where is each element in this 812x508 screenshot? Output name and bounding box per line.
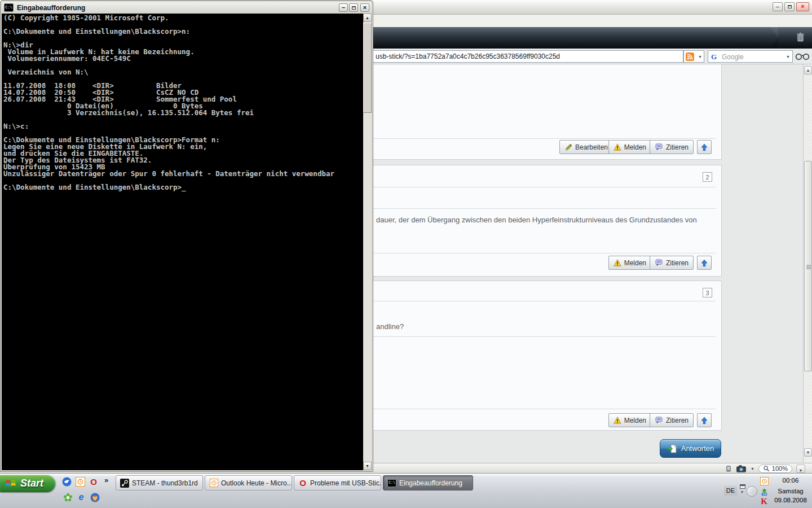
- task-button-label: STEAM - thund3rb1rd: [132, 479, 198, 487]
- close-button[interactable]: ×: [796, 2, 809, 11]
- post-number-badge[interactable]: 3: [703, 288, 712, 297]
- report-button[interactable]: Melden: [608, 256, 651, 270]
- find-binoculars-icon[interactable]: [795, 51, 810, 63]
- post-body-text: dauer, der dem Übergang zwischen den bei…: [376, 216, 697, 224]
- opera-o-glyph: O: [299, 479, 306, 487]
- tab-bar-chevron: [770, 27, 778, 49]
- scroll-down-icon[interactable]: ▼: [363, 462, 372, 470]
- page-scrollbar[interactable]: ▲ ▼: [803, 64, 812, 463]
- scroll-up-icon[interactable]: ▲: [804, 66, 812, 75]
- cmd-window-title: Eingabeaufforderung: [17, 4, 338, 12]
- rss-dropdown-icon[interactable]: ▼: [698, 55, 702, 59]
- opera-o-glyph: O: [90, 478, 97, 486]
- quick-launch-overflow-chevron[interactable]: »: [104, 476, 108, 484]
- kaspersky-k-glyph: K: [761, 497, 767, 506]
- opera-icon[interactable]: O: [89, 476, 99, 487]
- quote-button[interactable]: Zitieren: [650, 413, 694, 427]
- quote-icon: [655, 259, 663, 267]
- scroll-to-top-button[interactable]: [697, 140, 712, 154]
- rss-feed-control[interactable]: ▼: [683, 50, 704, 63]
- magnifier-icon: [763, 465, 770, 472]
- cmd-prompt-glyph: C:\: [387, 479, 396, 487]
- desktop: – × usb-stick/?s=1ba7752a7a0c4c7b26c95c3…: [0, 0, 812, 508]
- scroll-to-top-button[interactable]: [697, 413, 712, 427]
- task-button-steam[interactable]: STEAM - thund3rb1rd: [116, 475, 203, 491]
- scrollbar-thumb[interactable]: [804, 161, 812, 371]
- quote-button[interactable]: Zitieren: [650, 140, 694, 154]
- pencil-icon: [564, 143, 572, 151]
- internet-explorer-icon[interactable]: e: [76, 492, 86, 502]
- report-button-label: Melden: [624, 143, 646, 151]
- task-button-cmd[interactable]: C:\ Eingabeaufforderung: [383, 475, 473, 491]
- console-scrollbar[interactable]: ▲ ▼: [363, 14, 372, 470]
- clock-day[interactable]: Samstag: [770, 488, 811, 494]
- search-engine-dropdown-icon[interactable]: ▼: [786, 55, 790, 59]
- close-button[interactable]: ×: [360, 3, 369, 12]
- clock-time[interactable]: 00:06: [770, 477, 811, 484]
- warning-icon: [614, 417, 621, 424]
- zoom-control[interactable]: 100%: [758, 465, 792, 473]
- task-button-label: Outlook Heute - Micro...: [221, 479, 292, 487]
- cmd-title-bar[interactable]: C:\ Eingabeaufforderung – ×: [2, 2, 372, 14]
- restore-button[interactable]: [349, 3, 358, 12]
- minimize-button[interactable]: –: [773, 2, 783, 11]
- zoom-dropdown[interactable]: ▼: [796, 465, 805, 473]
- minimize-button[interactable]: –: [339, 3, 348, 12]
- tray-network-status-icon[interactable]: N/A: [760, 487, 769, 496]
- edit-button[interactable]: Bearbeiten: [559, 140, 613, 154]
- scroll-down-icon[interactable]: ▼: [804, 448, 812, 457]
- warning-icon: [614, 259, 621, 267]
- steam-icon: [120, 479, 129, 488]
- clock-date[interactable]: 09.08.2008: [770, 497, 811, 503]
- restore-button[interactable]: [784, 2, 795, 11]
- post-body-text: andline?: [376, 322, 404, 331]
- report-button[interactable]: Melden: [608, 140, 651, 154]
- restore-icon: [788, 5, 792, 8]
- scroll-up-icon[interactable]: ▲: [363, 14, 372, 22]
- quote-button[interactable]: Zitieren: [650, 256, 694, 270]
- search-field[interactable]: G Google ▼: [708, 50, 793, 63]
- reply-icon: [667, 444, 677, 454]
- quote-button-label: Zitieren: [666, 259, 689, 267]
- keyboard-layout-icon[interactable]: [740, 484, 745, 489]
- messenger-monkey-icon[interactable]: [90, 492, 100, 502]
- language-indicator[interactable]: DE: [724, 486, 737, 496]
- start-button-label: Start: [20, 478, 43, 489]
- camera-dropdown-icon[interactable]: ▼: [751, 467, 754, 471]
- reply-button[interactable]: Antworten: [660, 439, 721, 458]
- camera-icon[interactable]: [736, 465, 747, 473]
- cmd-icon: C:\: [387, 479, 396, 488]
- report-button[interactable]: Melden: [608, 413, 651, 427]
- quote-button-label: Zitieren: [666, 417, 689, 424]
- console-text: (C) Copyright 1985-2001 Microsoft Corp. …: [3, 15, 362, 470]
- warning-icon: [614, 143, 621, 151]
- cmd-console[interactable]: (C) Copyright 1985-2001 Microsoft Corp. …: [2, 14, 372, 470]
- scrollbar-thumb[interactable]: [363, 23, 372, 113]
- restore-icon: [352, 6, 356, 10]
- zoom-level-value: 100%: [772, 465, 788, 472]
- icq-flower-icon[interactable]: [63, 492, 73, 502]
- task-button-outlook[interactable]: Outlook Heute - Micro...: [205, 475, 292, 491]
- arrow-up-icon: [700, 259, 708, 267]
- tray-clock-icon[interactable]: [760, 476, 769, 485]
- tray-collapse-button[interactable]: <: [747, 486, 757, 497]
- edit-button-label: Bearbeiten: [575, 143, 608, 151]
- windows-flag-icon: [5, 478, 17, 490]
- report-button-label: Melden: [624, 417, 646, 424]
- task-button-opera-forum[interactable]: O Probleme mit USB-Stic...: [294, 475, 381, 491]
- scroll-to-top-button[interactable]: [697, 256, 712, 270]
- opera-icon: O: [298, 479, 307, 488]
- start-button[interactable]: Start: [0, 475, 55, 492]
- layout-dropdown-icon[interactable]: ▼: [740, 491, 744, 494]
- quote-icon: [655, 416, 663, 424]
- task-button-label: Eingabeaufforderung: [399, 479, 462, 487]
- browser-window-controls: – ×: [773, 2, 809, 11]
- device-icon[interactable]: [725, 465, 732, 472]
- outlook-today-icon[interactable]: [75, 476, 85, 487]
- post-number-badge[interactable]: 2: [703, 172, 712, 182]
- closed-tabs-trash-icon[interactable]: [796, 32, 805, 43]
- na-label: N/A: [762, 493, 766, 496]
- kaspersky-icon[interactable]: K: [760, 497, 769, 506]
- cmd-window: C:\ Eingabeaufforderung – × (C) Copyrigh…: [0, 0, 373, 472]
- thunderbird-icon[interactable]: [61, 476, 72, 487]
